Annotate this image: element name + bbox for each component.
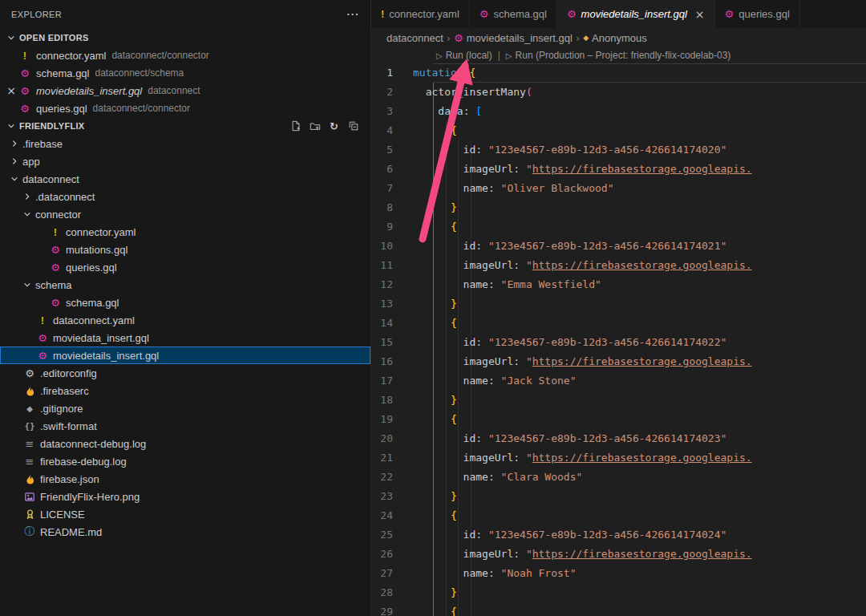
tree-item-firebaserc[interactable]: .firebaserc	[0, 382, 370, 399]
tree-item-license[interactable]: LICENSE	[0, 505, 370, 523]
graphql-icon: ⚙	[18, 67, 32, 79]
tree-item-dataconnect[interactable]: .dataconnect	[0, 188, 370, 205]
open-editor-moviedetails-insert-gql[interactable]: ×⚙moviedetails_insert.gqldataconnect	[0, 82, 370, 99]
line-number: 23	[371, 487, 413, 506]
tree-item-gitignore[interactable]: ◆.gitignore	[0, 399, 370, 417]
graphql-icon: ⚙	[725, 8, 734, 20]
graphql-icon: ⚙	[480, 8, 489, 20]
new-file-icon[interactable]	[289, 120, 301, 132]
code-line[interactable]: 6 imageUrl: "https://firebasestorage.goo…	[371, 160, 866, 179]
line-number: 17	[371, 371, 413, 391]
breadcrumb-item-moviedetails-insert-gql[interactable]: ⚙moviedetails_insert.gql	[454, 32, 573, 44]
tree-item-label: FriendlyFlix-Hero.png	[40, 491, 140, 503]
open-editors-label: OPEN EDITORS	[19, 33, 89, 43]
code-line[interactable]: 27 name: "Noah Frost"	[371, 564, 866, 583]
tab-moviedetails-insert-gql[interactable]: ⚙moviedetails_insert.gql×	[557, 0, 715, 28]
code-line[interactable]: 25 id: "123e4567-e89b-12d3-a456-42661417…	[371, 525, 866, 545]
refresh-icon[interactable]: ↻	[328, 120, 340, 132]
tree-item-label: dataconnect-debug.log	[40, 438, 146, 450]
tree-item-firebase[interactable]: .firebase	[0, 135, 370, 152]
new-folder-icon[interactable]	[309, 120, 321, 132]
tree-item-dataconnect-yaml[interactable]: !dataconnect.yaml	[0, 311, 370, 329]
tree-item-moviedetails-insert-gql[interactable]: ⚙moviedetails_insert.gql	[0, 346, 370, 364]
code-line[interactable]: 12 name: "Emma Westfield"	[371, 275, 866, 294]
open-editor-queries-gql[interactable]: ⚙queries.gqldataconnect/connector	[0, 99, 370, 117]
open-editor-connector-yaml[interactable]: !connector.yamldataconnect/connector	[0, 47, 370, 64]
code-line-content: {	[413, 314, 866, 333]
close-icon[interactable]: ×	[695, 8, 705, 21]
code-line[interactable]: 3 data: [	[371, 102, 866, 121]
codelens-run-local[interactable]: ▷ Run (local)	[436, 50, 492, 61]
tree-item-schema[interactable]: schema	[0, 276, 370, 294]
line-number: 14	[371, 314, 413, 333]
code-line-content: }	[413, 391, 866, 410]
code-line[interactable]: 13 }	[371, 294, 866, 314]
code-line-content: {	[413, 217, 866, 237]
tree-item-connector[interactable]: connector	[0, 205, 370, 223]
code-line[interactable]: 19 {	[371, 410, 866, 429]
code-line[interactable]: 9 {	[371, 217, 866, 237]
collapse-all-icon[interactable]	[347, 120, 359, 132]
more-actions-icon[interactable]	[346, 8, 359, 21]
code-line[interactable]: 17 name: "Jack Stone"	[371, 371, 866, 391]
tree-item-readme-md[interactable]: ⓘREADME.md	[0, 523, 370, 541]
code-line[interactable]: 5 id: "123e4567-e89b-12d3-a456-426614174…	[371, 140, 866, 160]
code-editor[interactable]: 1mutation {2 actor_insertMany(3 data: [4…	[371, 63, 866, 616]
symbol-operation-icon: ◆	[583, 34, 589, 42]
code-line[interactable]: 18 }	[371, 391, 866, 410]
tab-queries-gql[interactable]: ⚙queries.gql	[715, 0, 800, 28]
code-line[interactable]: 26 imageUrl: "https://firebasestorage.go…	[371, 545, 866, 564]
chevron-down-icon	[3, 122, 19, 130]
code-line[interactable]: 4 {	[371, 121, 866, 140]
explorer-title: EXPLORER	[11, 10, 62, 19]
tree-item-friendlyflix-hero-png[interactable]: FriendlyFlix-Hero.png	[0, 488, 370, 505]
project-section-header[interactable]: FRIENDLYFLIX ↻	[0, 117, 370, 135]
code-line[interactable]: 7 name: "Oliver Blackwood"	[371, 179, 866, 198]
editor-tab-bar: !connector.yaml⚙schema.gql⚙moviedetails_…	[371, 0, 866, 28]
code-line[interactable]: 14 {	[371, 314, 866, 333]
tree-item-app[interactable]: app	[0, 152, 370, 170]
code-line[interactable]: 1mutation {	[371, 63, 866, 83]
codelens-run-production[interactable]: ▷ Run (Production – Project: friendly-fl…	[506, 50, 731, 61]
code-line[interactable]: 8 }	[371, 198, 866, 217]
open-editors-section-header[interactable]: OPEN EDITORS	[0, 29, 370, 47]
explorer-sidebar: EXPLORER OPEN EDITORS !connector.yamldat…	[0, 0, 371, 616]
breadcrumb-label: dataconnect	[386, 32, 443, 44]
code-line[interactable]: 29 {	[371, 602, 866, 616]
tree-item-mutations-gql[interactable]: ⚙mutations.gql	[0, 241, 370, 258]
tree-item-label: moviedetails_insert.gql	[53, 350, 159, 362]
breadcrumb-item-dataconnect[interactable]: dataconnect	[386, 32, 443, 44]
tab-connector-yaml[interactable]: !connector.yaml	[371, 0, 470, 28]
code-line-content: {	[413, 506, 866, 525]
tree-item-label: queries.gql	[66, 261, 117, 274]
graphql-icon: ⚙	[48, 297, 63, 309]
breadcrumb-item-anonymous[interactable]: ◆Anonymous	[583, 32, 647, 44]
tree-item-dataconnect-debug-log[interactable]: ≡dataconnect-debug.log	[0, 435, 370, 452]
code-line[interactable]: 15 id: "123e4567-e89b-12d3-a456-42661417…	[371, 333, 866, 352]
tree-item-dataconnect[interactable]: dataconnect	[0, 170, 370, 188]
tree-item-editorconfig[interactable]: ⚙.editorconfig	[0, 364, 370, 382]
code-line[interactable]: 28 }	[371, 583, 866, 602]
code-line[interactable]: 2 actor_insertMany(	[371, 83, 866, 102]
code-line[interactable]: 21 imageUrl: "https://firebasestorage.go…	[371, 448, 866, 468]
tab-label: connector.yaml	[389, 8, 459, 20]
close-icon[interactable]: ×	[5, 84, 18, 97]
tree-item-firebase-debug-log[interactable]: ≡firebase-debug.log	[0, 452, 370, 470]
code-line-content: name: "Noah Frost"	[413, 564, 866, 583]
code-line[interactable]: 24 {	[371, 506, 866, 525]
open-editor-schema-gql[interactable]: ⚙schema.gqldataconnect/schema	[0, 64, 370, 82]
tree-item-swift-format[interactable]: {}.swift-format	[0, 417, 370, 435]
code-line[interactable]: 11 imageUrl: "https://firebasestorage.go…	[371, 256, 866, 275]
code-line[interactable]: 20 id: "123e4567-e89b-12d3-a456-42661417…	[371, 429, 866, 448]
tree-item-firebase-json[interactable]: firebase.json	[0, 470, 370, 488]
tree-item-moviedata-insert-gql[interactable]: ⚙moviedata_insert.gql	[0, 329, 370, 346]
code-line[interactable]: 23 }	[371, 487, 866, 506]
code-line[interactable]: 22 name: "Clara Woods"	[371, 468, 866, 487]
tree-item-schema-gql[interactable]: ⚙schema.gql	[0, 294, 370, 311]
code-line[interactable]: 16 imageUrl: "https://firebasestorage.go…	[371, 352, 866, 371]
tab-schema-gql[interactable]: ⚙schema.gql	[470, 0, 557, 28]
tree-item-connector-yaml[interactable]: !connector.yaml	[0, 223, 370, 241]
code-line[interactable]: 10 id: "123e4567-e89b-12d3-a456-42661417…	[371, 237, 866, 256]
tree-item-queries-gql[interactable]: ⚙queries.gql	[0, 258, 370, 276]
flame-icon	[22, 386, 37, 396]
